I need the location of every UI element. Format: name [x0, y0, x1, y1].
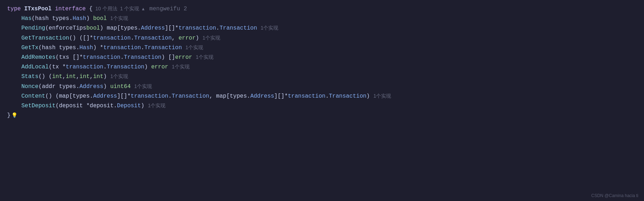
footer-line: } 💡: [7, 111, 637, 120]
method-name-pending[interactable]: Pending: [21, 24, 45, 33]
method-gettx: GetTx ( hash types. Hash ) * transaction…: [7, 43, 637, 53]
method-name-content[interactable]: Content: [21, 92, 45, 101]
code-block: type ITxsPool interface { 10 个用法 1 个实现 ▴…: [7, 4, 637, 120]
method-pending: Pending ( enforceTips bool ) map[types. …: [7, 24, 637, 33]
method-name-gettransaction[interactable]: GetTransaction: [21, 34, 69, 43]
method-setdeposit: SetDeposit ( deposit *deposit. Deposit )…: [7, 101, 637, 111]
method-name-addlocal[interactable]: AddLocal: [21, 62, 49, 72]
username: mengweifu 2: [146, 4, 187, 14]
method-name-gettx[interactable]: GetTx: [21, 43, 38, 53]
watermark: CSDN @Camina hacia ti: [591, 193, 638, 198]
type-keyword: type: [7, 4, 21, 14]
method-has: Has ( hash types. Hash ) bool 1个实现: [7, 14, 637, 24]
method-gettransaction: GetTransaction () ([]* transaction . Tra…: [7, 34, 637, 43]
method-addlocal: AddLocal ( tx * transaction . Transactio…: [7, 62, 637, 72]
interface-name: ITxsPool: [24, 4, 52, 14]
method-name-addremotes[interactable]: AddRemotes: [21, 53, 56, 62]
close-brace: }: [7, 111, 11, 120]
method-addremotes: AddRemotes ( txs []* transaction . Trans…: [7, 53, 637, 62]
impl-count-header[interactable]: 1 个实现: [120, 5, 139, 13]
header-line: type ITxsPool interface { 10 个用法 1 个实现 ▴…: [7, 4, 637, 14]
method-name-stats[interactable]: Stats: [21, 72, 38, 82]
method-name-setdeposit[interactable]: SetDeposit: [21, 101, 56, 111]
method-stats: Stats () ( int , int , int , int ) 1个实现: [7, 72, 637, 82]
open-brace: {: [89, 4, 93, 14]
method-nonce: Nonce ( addr types. Address ) uint64 1个实…: [7, 82, 637, 92]
method-content: Content () (map[types. Address ][]* tran…: [7, 92, 637, 101]
method-name-nonce[interactable]: Nonce: [21, 82, 38, 92]
usage-count[interactable]: 10 个用法: [95, 5, 117, 13]
user-icon: ▴: [142, 5, 144, 13]
method-name-has[interactable]: Has: [21, 14, 32, 24]
bulb-icon[interactable]: 💡: [11, 112, 17, 120]
interface-keyword: interface: [55, 4, 85, 14]
